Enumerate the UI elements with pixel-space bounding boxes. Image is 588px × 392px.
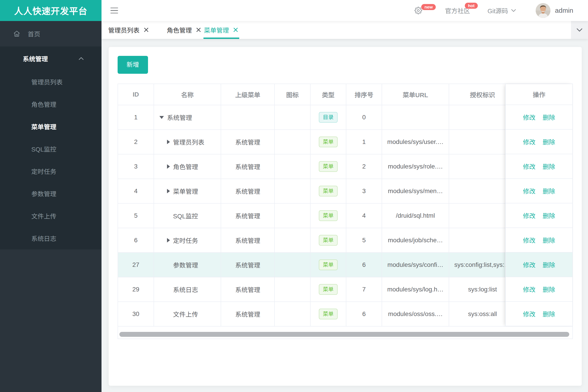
table-row-4[interactable]: 4菜单管理系统管理菜单3modules/sys/men…: [118, 179, 572, 204]
sidebar-item-2[interactable]: 菜单管理: [0, 115, 102, 138]
cell-parent-menu: 系统管理: [221, 228, 275, 252]
community-hot-badge: hot: [465, 3, 478, 9]
tabs-dropdown-button[interactable]: [571, 21, 588, 39]
type-tag-menu: 菜单: [319, 161, 338, 172]
delete-button[interactable]: 删除: [543, 211, 555, 220]
cell-parent-menu: 系统管理: [221, 277, 275, 302]
cell-parent-menu: [221, 105, 275, 130]
cell-icon: [275, 204, 310, 228]
edit-button[interactable]: 修改: [523, 211, 535, 220]
add-button[interactable]: 新增: [118, 56, 148, 74]
tab-role-management[interactable]: 角色管理: [167, 21, 201, 39]
expand-row-icon[interactable]: [167, 140, 170, 144]
cell-url: modules/sys/role.…: [382, 154, 449, 179]
sidebar-group-title[interactable]: 系统管理: [0, 46, 102, 70]
tab-label: 角色管理: [167, 26, 192, 34]
type-tag-menu: 菜单: [319, 186, 338, 196]
table-row-30[interactable]: 30文件上传系统管理菜单6modules/oss/oss.…sys:oss:al…: [118, 302, 572, 326]
menu-name-text: 系统管理: [167, 113, 192, 122]
expand-row-icon[interactable]: [167, 164, 170, 169]
table-row-27[interactable]: 27参数管理系统管理菜单6modules/sys/confi…sys:confi…: [118, 252, 572, 277]
cell-id: 27: [118, 252, 154, 277]
cell-parent-menu: 系统管理: [221, 204, 275, 228]
git-source-menu[interactable]: Git源码: [488, 6, 516, 15]
navbar-right: new 官方社区 hot Git源码: [414, 3, 588, 18]
column-header-id[interactable]: ID: [118, 84, 154, 105]
edit-button[interactable]: 修改: [523, 186, 535, 195]
edit-button[interactable]: 修改: [523, 162, 535, 171]
edit-button[interactable]: 修改: [523, 309, 535, 318]
table-row-6[interactable]: 6定时任务系统管理菜单5modules/job/sche…: [118, 228, 572, 252]
cell-type: 菜单: [310, 130, 346, 154]
edit-button[interactable]: 修改: [523, 285, 535, 294]
sidebar-item-0[interactable]: 管理员列表: [0, 70, 102, 93]
table-row-3[interactable]: 3角色管理系统管理菜单2modules/sys/role.…: [118, 154, 572, 179]
column-header-type[interactable]: 类型: [310, 84, 346, 105]
edit-button[interactable]: 修改: [523, 236, 535, 244]
sidebar-fold-icon[interactable]: [111, 8, 118, 14]
chevron-down-icon: [576, 28, 582, 32]
app-root: 人人快速开发平台 new 官方社区 hot Git源码: [0, 0, 588, 392]
sidebar: 首页 系统管理 管理员列表角色管理菜单管理SQL监控定时任务参数管理文件上传系统…: [0, 21, 102, 392]
type-tag-menu: 菜单: [319, 210, 338, 221]
delete-button[interactable]: 删除: [543, 309, 555, 318]
sidebar-group-label: 系统管理: [23, 54, 48, 63]
tab-close-icon[interactable]: [196, 27, 201, 33]
collapse-row-icon[interactable]: [159, 116, 164, 119]
delete-button[interactable]: 删除: [543, 186, 555, 195]
scrollbar-thumb[interactable]: [119, 332, 569, 337]
column-header-order[interactable]: 排序号: [346, 84, 382, 105]
expand-row-icon[interactable]: [167, 238, 170, 242]
cell-icon: [275, 105, 310, 130]
sidebar-item-7[interactable]: 系统日志: [0, 227, 102, 250]
edit-button[interactable]: 修改: [523, 137, 535, 146]
column-header-name[interactable]: 名称: [154, 84, 221, 105]
cell-name: 角色管理: [154, 154, 221, 179]
theme-settings-button[interactable]: new: [414, 7, 422, 14]
sidebar-item-5[interactable]: 参数管理: [0, 182, 102, 205]
column-header-icon[interactable]: 图标: [275, 84, 310, 105]
expand-row-icon[interactable]: [167, 189, 170, 193]
table-row-1[interactable]: 1系统管理目录0: [118, 105, 572, 130]
community-link[interactable]: 官方社区 hot: [445, 6, 470, 15]
cell-order: 4: [346, 204, 382, 228]
sidebar-group-items: 管理员列表角色管理菜单管理SQL监控定时任务参数管理文件上传系统日志: [0, 70, 102, 250]
delete-button[interactable]: 删除: [543, 162, 555, 171]
column-header-url[interactable]: 菜单URL: [382, 84, 449, 105]
menu-name-text: 系统日志: [173, 285, 198, 294]
tab-close-icon[interactable]: [144, 27, 149, 33]
cell-icon: [275, 277, 310, 302]
table-row-29[interactable]: 29系统日志系统管理菜单7modules/sys/log.h…sys:log:l…: [118, 277, 572, 302]
delete-button[interactable]: 删除: [543, 236, 555, 244]
sidebar-item-home[interactable]: 首页: [0, 21, 102, 46]
user-avatar[interactable]: [536, 3, 550, 18]
cell-id: 30: [118, 302, 154, 326]
cell-name: SQL监控: [154, 204, 221, 228]
delete-button[interactable]: 删除: [543, 113, 555, 122]
sidebar-item-3[interactable]: SQL监控: [0, 138, 102, 160]
edit-button[interactable]: 修改: [523, 260, 535, 269]
delete-button[interactable]: 删除: [543, 137, 555, 146]
cell-parent-menu: 系统管理: [221, 179, 275, 204]
cell-url: modules/sys/confi…: [382, 252, 449, 277]
tab-menu-management[interactable]: 菜单管理: [204, 21, 238, 39]
edit-button[interactable]: 修改: [523, 113, 535, 122]
sidebar-item-6[interactable]: 文件上传: [0, 205, 102, 227]
sidebar-item-4[interactable]: 定时任务: [0, 160, 102, 182]
delete-button[interactable]: 删除: [543, 285, 555, 294]
table-row-5[interactable]: 5SQL监控系统管理菜单4/druid/sql.html: [118, 204, 572, 228]
username-menu[interactable]: admin: [555, 7, 573, 14]
menu-name-text: 角色管理: [173, 162, 198, 171]
settings-new-badge: new: [421, 4, 436, 10]
menu-name-text: 定时任务: [173, 236, 198, 245]
type-tag-directory: 目录: [319, 112, 338, 123]
column-header-parent[interactable]: 上级菜单: [221, 84, 275, 105]
tab-admin-list[interactable]: 管理员列表: [108, 21, 149, 39]
sidebar-item-1[interactable]: 角色管理: [0, 93, 102, 115]
cell-parent-menu: 系统管理: [221, 154, 275, 179]
cell-actions: 修改删除: [505, 154, 572, 179]
delete-button[interactable]: 删除: [543, 260, 555, 269]
tab-close-icon[interactable]: [233, 27, 238, 33]
table-row-2[interactable]: 2管理员列表系统管理菜单1modules/sys/user.…: [118, 130, 572, 154]
cell-actions: 修改删除: [505, 179, 572, 204]
